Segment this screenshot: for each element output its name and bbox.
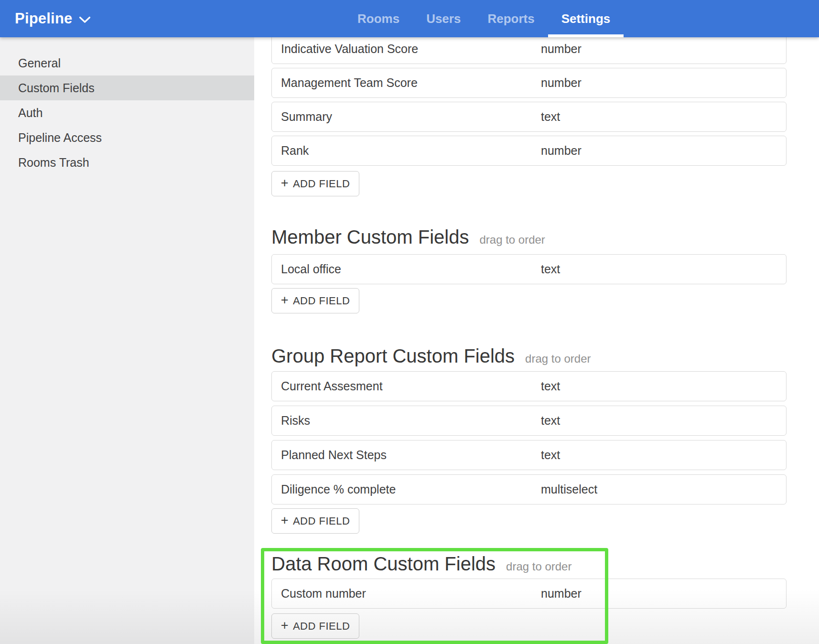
- add-field-button[interactable]: + ADD FIELD: [271, 171, 359, 196]
- custom-field-row[interactable]: Local office text: [271, 254, 787, 284]
- tab-rooms-label: Rooms: [357, 11, 399, 26]
- section-heading-data-room: Data Room Custom Fields drag to order: [271, 552, 787, 575]
- section-title: Data Room Custom Fields: [271, 552, 496, 575]
- custom-field-row[interactable]: Risks text: [271, 406, 787, 436]
- tab-settings-label: Settings: [561, 11, 611, 26]
- field-type: text: [541, 379, 560, 393]
- add-field-label: ADD FIELD: [293, 620, 350, 633]
- field-type: text: [541, 110, 560, 124]
- field-type: number: [541, 42, 582, 56]
- add-field-label: ADD FIELD: [293, 515, 350, 527]
- custom-field-row[interactable]: Current Assesment text: [271, 371, 787, 401]
- field-type: multiselect: [541, 483, 597, 496]
- section-heading-group-report: Group Report Custom Fields drag to order: [271, 344, 787, 367]
- drag-to-order-hint: drag to order: [525, 347, 591, 370]
- plus-icon: +: [281, 619, 289, 633]
- field-name: Risks: [281, 414, 310, 428]
- add-field-label: ADD FIELD: [293, 178, 350, 190]
- field-type: number: [541, 76, 582, 90]
- add-field-button[interactable]: + ADD FIELD: [271, 613, 359, 639]
- add-field-label: ADD FIELD: [293, 295, 350, 307]
- field-type: text: [541, 448, 560, 462]
- field-name: Summary: [281, 110, 332, 124]
- field-name: Management Team Score: [281, 76, 418, 90]
- section-title: Member Custom Fields: [271, 225, 469, 248]
- custom-field-row[interactable]: Indicative Valuation Score number: [271, 34, 787, 64]
- sidebar-item-label: Custom Fields: [18, 81, 95, 95]
- tab-reports[interactable]: Reports: [474, 0, 548, 37]
- plus-icon: +: [281, 294, 289, 308]
- tab-users[interactable]: Users: [413, 0, 474, 37]
- field-type: text: [541, 262, 560, 276]
- custom-field-row[interactable]: Diligence % complete multiselect: [271, 474, 787, 504]
- custom-field-row[interactable]: Summary text: [271, 102, 787, 132]
- sidebar-item-label: Rooms Trash: [18, 156, 89, 170]
- sidebar-item-label: Pipeline Access: [18, 131, 102, 145]
- field-name: Current Assesment: [281, 379, 383, 393]
- custom-field-row[interactable]: Rank number: [271, 136, 787, 166]
- sidebar-item-auth[interactable]: Auth: [0, 100, 254, 125]
- active-tab-indicator: [548, 34, 624, 37]
- sidebar-item-label: General: [18, 56, 61, 70]
- drag-to-order-hint: drag to order: [506, 555, 571, 578]
- settings-page: Pipeline Rooms Users Reports Settings: [0, 0, 819, 644]
- sidebar-item-custom-fields[interactable]: Custom Fields: [0, 75, 254, 100]
- custom-fields-content: Indicative Valuation Score number Manage…: [271, 37, 787, 639]
- tab-users-label: Users: [426, 11, 461, 26]
- sidebar-item-general[interactable]: General: [0, 51, 254, 75]
- custom-field-row[interactable]: Planned Next Steps text: [271, 440, 787, 470]
- sidebar-item-rooms-trash[interactable]: Rooms Trash: [0, 150, 254, 175]
- add-field-button[interactable]: + ADD FIELD: [271, 288, 359, 313]
- sidebar-item-pipeline-access[interactable]: Pipeline Access: [0, 125, 254, 150]
- app-title: Pipeline: [15, 10, 72, 27]
- app-switcher[interactable]: Pipeline: [15, 0, 91, 37]
- plus-icon: +: [281, 177, 289, 191]
- app-header: Pipeline Rooms Users Reports Settings: [0, 0, 819, 37]
- tab-settings[interactable]: Settings: [548, 0, 624, 37]
- field-name: Rank: [281, 144, 309, 158]
- field-name: Indicative Valuation Score: [281, 42, 418, 56]
- field-type: text: [541, 414, 560, 428]
- sidebar-item-label: Auth: [18, 106, 43, 120]
- chevron-down-icon: [79, 14, 91, 23]
- custom-field-row[interactable]: Management Team Score number: [271, 68, 787, 98]
- drag-to-order-hint: drag to order: [479, 228, 545, 251]
- tab-reports-label: Reports: [487, 11, 534, 26]
- top-nav: Rooms Users Reports Settings: [344, 0, 624, 37]
- field-name: Custom number: [281, 587, 366, 601]
- field-name: Local office: [281, 262, 341, 276]
- settings-sidebar: General Custom Fields Auth Pipeline Acce…: [0, 37, 254, 644]
- custom-field-row[interactable]: Custom number number: [271, 579, 787, 609]
- section-title: Group Report Custom Fields: [271, 344, 515, 367]
- plus-icon: +: [281, 514, 289, 528]
- field-name: Planned Next Steps: [281, 448, 387, 462]
- add-field-button[interactable]: + ADD FIELD: [271, 508, 359, 534]
- field-name: Diligence % complete: [281, 483, 396, 496]
- section-heading-member: Member Custom Fields drag to order: [271, 225, 787, 248]
- field-type: number: [541, 587, 582, 601]
- tab-rooms[interactable]: Rooms: [344, 0, 413, 37]
- field-type: number: [541, 144, 582, 158]
